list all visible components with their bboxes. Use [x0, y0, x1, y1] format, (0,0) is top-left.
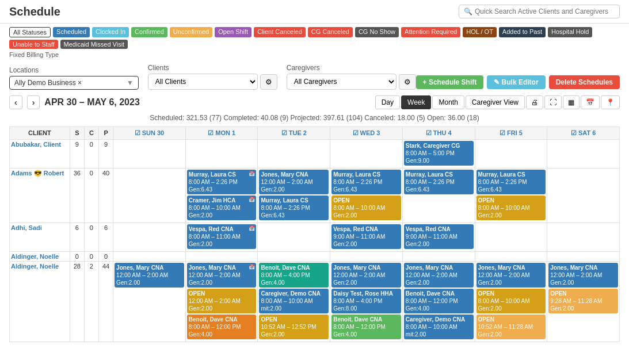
shift-card[interactable]: Jones, Mary CNA12:00 AM – 2:00 AMGen:2.0… [548, 263, 618, 288]
clients-filter: Clients All Clients ⚙ [148, 64, 277, 90]
col-client: CLIENT [10, 127, 70, 140]
projected-count: 40 [98, 168, 113, 223]
top-bar: Schedule 🔍 [0, 0, 629, 24]
map-button[interactable]: 📍 [601, 95, 620, 109]
status-tag[interactable]: Open Shift [215, 27, 251, 37]
locations-value[interactable]: Ally Demo Business × ▼ [9, 76, 139, 90]
prev-button[interactable]: ‹ [9, 95, 22, 109]
shift-card[interactable]: Vespa, Red CNA9:00 AM – 11:00 AMGen:2.00 [404, 224, 474, 249]
day-cell-thu: Jones, Mary CNA12:00 AM – 2:00 AMGen:2.0… [402, 262, 475, 342]
shift-card[interactable]: OPEN10:52 AM – 12:52 PMGen:2.00 [259, 315, 329, 339]
projected-count: 9 [98, 140, 113, 168]
shift-card[interactable]: 📅Murray, Laura CS8:00 AM – 2:26 PMGen:6.… [187, 170, 257, 194]
shift-card[interactable]: Benoit, Dave CNA8:00 AM – 12:00 PMGen:4.… [404, 289, 474, 313]
shift-card[interactable]: Vespa, Red CNA9:00 AM – 11:00 AMGen:2.00 [331, 224, 401, 249]
shift-card[interactable]: Jones, Mary CNA12:00 AM – 2:00 AMGen:2.0… [259, 170, 329, 194]
shift-card[interactable]: 📅Cramer, Jim HCA8:00 AM – 10:00 AMGen:2.… [187, 196, 257, 220]
status-tag[interactable]: Added to Past [499, 27, 546, 37]
shift-card[interactable]: OPEN12:00 AM – 2:00 AMGen:2.00 [187, 289, 257, 313]
status-tag[interactable]: Clocked In [92, 27, 129, 37]
shift-card[interactable]: OPEN9:28 AM – 11:28 AMGen:2.00 [548, 289, 618, 313]
schedule-table: CLIENT S C P ☑ SUN 30 ☑ MON 1 ☑ TUE 2 ☑ … [9, 127, 620, 342]
day-cell-thu: Murray, Laura CS8:00 AM – 2:26 PMGen:6.4… [402, 168, 475, 223]
table-row: Aldinger, Noelle 28 2 44 Jones, Mary CNA… [10, 262, 620, 342]
shift-card[interactable]: OPEN8:00 AM – 10:00 AMGen:2.00 [476, 289, 546, 313]
next-button[interactable]: › [27, 95, 40, 109]
calendar-icon: 📅 [249, 171, 255, 178]
client-name-cell[interactable]: Abubakar, Client [10, 140, 70, 168]
status-tag[interactable]: Hospital Hold [548, 27, 592, 37]
shift-card[interactable]: Benoit, Dave CNA8:00 AM – 12:00 PMGen:4.… [331, 315, 401, 339]
status-tag[interactable]: Attention Required [401, 27, 460, 37]
shift-card[interactable]: 📅Vespa, Red CNA8:00 AM – 11:00 AMGen:2.0… [187, 224, 257, 249]
day-cell-sun [113, 168, 186, 223]
caregivers-select[interactable]: All Caregivers [287, 74, 397, 90]
shift-card[interactable]: Murray, Laura CS8:00 AM – 2:26 PMGen:6.4… [404, 170, 474, 194]
day-cell-wed [330, 140, 403, 168]
day-cell-wed [330, 252, 403, 262]
status-tag[interactable]: All Statuses [9, 27, 51, 37]
caregivers-filter: Caregivers All Caregivers ⚙ [287, 64, 416, 90]
status-tag[interactable]: HOL / OT [463, 27, 497, 37]
status-tag[interactable]: Unable to Staff [9, 40, 58, 49]
bulk-editor-button[interactable]: ✎ Bulk Editor [487, 75, 545, 89]
search-input[interactable] [475, 7, 615, 16]
view-day-button[interactable]: Day [375, 95, 400, 109]
status-tag[interactable]: Scheduled [53, 27, 90, 37]
clients-gear-button[interactable]: ⚙ [260, 74, 277, 90]
shift-card[interactable]: Benoit, Dave CNA8:00 AM – 12:00 PMGen:4.… [187, 315, 257, 339]
completed-count: 0 [84, 140, 98, 168]
caregivers-gear-button[interactable]: ⚙ [399, 74, 416, 90]
shift-card[interactable]: Murray, Laura CS8:00 AM – 2:26 PMGen:6.4… [476, 170, 546, 194]
shift-card[interactable]: OPEN10:52 AM – 11:28 AMGen:2.00 [476, 315, 546, 339]
status-tag[interactable]: Unconfirmed [170, 27, 212, 37]
scheduled-count: 0 [70, 252, 84, 262]
client-name-cell[interactable]: Aldinger, Noelle [10, 262, 70, 342]
stats-row: Scheduled: 321.53 (77) Completed: 40.08 … [0, 112, 629, 127]
clients-select[interactable]: All Clients [148, 74, 258, 90]
status-tag[interactable]: CG Canceled [308, 27, 353, 37]
col-sun: ☑ SUN 30 [113, 127, 186, 140]
schedule-shift-button[interactable]: + Schedule Shift [416, 75, 484, 89]
shift-card[interactable]: Murray, Laura CS8:00 AM – 2:26 PMGen:6.4… [259, 196, 329, 220]
calendar-icon: 📅 [249, 197, 255, 204]
status-tag[interactable]: CG No Show [355, 27, 399, 37]
status-tag[interactable]: Confirmed [131, 27, 167, 37]
delete-schedules-button[interactable]: Delete Schedules [549, 75, 620, 89]
day-cell-fri [475, 223, 547, 252]
print-button[interactable]: 🖨 [526, 95, 543, 109]
shift-card[interactable]: 📅Jones, Mary CNA12:00 AM – 2:00 AMGen:2.… [187, 263, 257, 288]
projected-count: 44 [98, 262, 113, 342]
shift-card[interactable]: Benoit, Dave CNA8:00 AM – 4:00 PMGen:4.0… [259, 263, 329, 288]
client-name-cell[interactable]: Adams 😎 Robert [10, 168, 70, 223]
calendar-button[interactable]: 📅 [581, 95, 600, 109]
shift-card[interactable]: Jones, Mary CNA12:00 AM – 2:00 AMGen:2.0… [476, 263, 546, 288]
day-cell-sat [547, 252, 620, 262]
day-cell-sat [547, 140, 620, 168]
shift-card[interactable]: Stark, Caregiver CG8:00 AM – 5:00 PMGen:… [404, 141, 474, 166]
table-header: CLIENT S C P ☑ SUN 30 ☑ MON 1 ☑ TUE 2 ☑ … [10, 127, 620, 140]
shift-card[interactable]: Caregiver, Demo CNA8:00 AM – 10:00 AMmit… [404, 315, 474, 339]
completed-count: 0 [84, 168, 98, 223]
shift-card[interactable]: Daisy Test, Rose HHA8:00 AM – 4:00 PMGen… [331, 289, 401, 313]
filter-button[interactable]: ▦ [563, 95, 580, 109]
status-tag[interactable]: Medicaid Missed Visit [60, 40, 128, 49]
shift-card[interactable]: Murray, Laura CS8:00 AM – 2:26 PMGen:6.4… [331, 170, 401, 194]
shift-card[interactable]: OPEN8:00 AM – 10:00 AMGen:2.00 [476, 196, 546, 220]
locations-label: Locations [9, 66, 139, 74]
expand-button[interactable]: ⛶ [544, 95, 562, 109]
view-month-button[interactable]: Month [432, 95, 464, 109]
fixed-billing-label: Fixed Billing Type [9, 51, 620, 58]
client-name-cell[interactable]: Aldinger, Noelle [10, 252, 70, 262]
shift-card[interactable]: Jones, Mary CNA12:00 AM – 2:00 AMGen:2.0… [331, 263, 401, 288]
view-caregiver-button[interactable]: Caregiver View [466, 95, 525, 109]
clients-label: Clients [148, 64, 277, 72]
shift-card[interactable]: Jones, Mary CNA12:00 AM – 2:00 AMGen:2.0… [404, 263, 474, 288]
shift-card[interactable]: Caregiver, Demo CNA8:00 AM – 10:00 AMmit… [259, 289, 329, 313]
shift-card[interactable]: OPEN8:00 AM – 10:00 AMGen:2.00 [331, 196, 401, 220]
client-name-cell[interactable]: Adhi, Sadi [10, 223, 70, 252]
shift-card[interactable]: Jones, Mary CNA12:00 AM – 2:00 AMGen:2.0… [115, 263, 184, 288]
col-fri: ☑ FRI 5 [475, 127, 547, 140]
status-tag[interactable]: Client Canceled [254, 27, 306, 37]
view-week-button[interactable]: Week [401, 95, 431, 109]
